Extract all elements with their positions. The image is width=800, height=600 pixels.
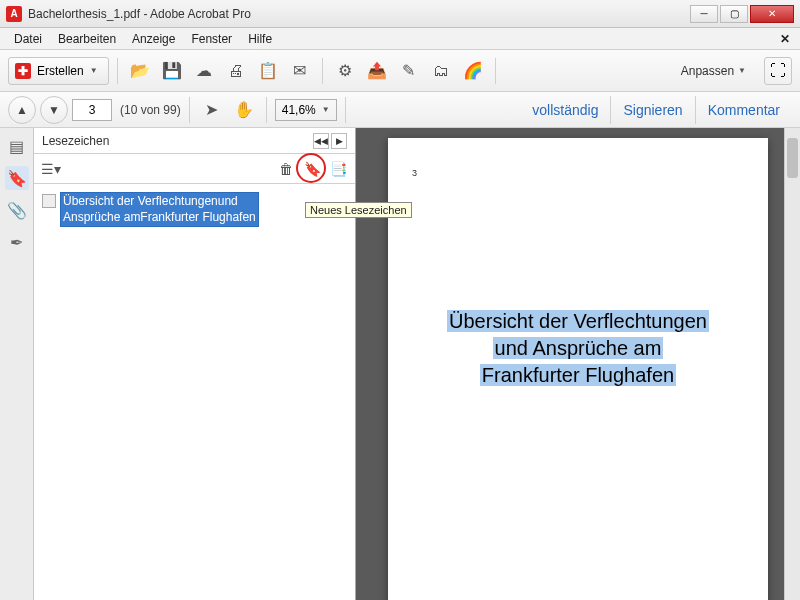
export-icon[interactable]: 📤 — [363, 57, 391, 85]
app-icon: A — [6, 6, 22, 22]
customize-label: Anpassen — [681, 64, 734, 78]
attachments-icon[interactable]: 📎 — [5, 198, 29, 222]
main-toolbar: ✚ Erstellen ▼ 📂 💾 ☁ 🖨 📋 ✉ ⚙ 📤 ✎ 🗂 🌈 Anpa… — [0, 50, 800, 92]
page-title: Übersicht der Verflechtungen und Ansprüc… — [412, 308, 744, 389]
menu-window[interactable]: Fenster — [183, 30, 240, 48]
bookmark-page-icon — [42, 194, 56, 208]
create-label: Erstellen — [37, 64, 84, 78]
page-count-label: (10 von 99) — [120, 103, 181, 117]
page-number-input[interactable] — [72, 99, 112, 121]
chevron-down-icon: ▼ — [322, 105, 330, 114]
highlight-circle — [296, 153, 326, 183]
menu-help[interactable]: Hilfe — [240, 30, 280, 48]
minimize-button[interactable]: ─ — [690, 5, 718, 23]
window-titlebar: A Bachelorthesis_1.pdf - Adobe Acrobat P… — [0, 0, 800, 28]
page-number-label: 3 — [412, 168, 744, 178]
close-button[interactable]: ✕ — [750, 5, 794, 23]
menu-edit[interactable]: Bearbeiten — [50, 30, 124, 48]
create-plus-icon: ✚ — [15, 63, 31, 79]
tooltip-new-bookmark: Neues Lesezeichen — [305, 202, 412, 218]
clipboard-icon[interactable]: 📋 — [254, 57, 282, 85]
open-icon[interactable]: 📂 — [126, 57, 154, 85]
hand-tool-icon[interactable]: ✋ — [230, 96, 258, 124]
scrollbar-thumb[interactable] — [787, 138, 798, 178]
maximize-button[interactable]: ▢ — [720, 5, 748, 23]
multimedia-icon[interactable]: 🌈 — [459, 57, 487, 85]
bookmark-label[interactable]: Übersicht der Verflechtungenund Ansprüch… — [60, 192, 259, 227]
page-up-button[interactable]: ▲ — [8, 96, 36, 124]
bookmarks-title: Lesezeichen — [42, 134, 311, 148]
page-down-button[interactable]: ▼ — [40, 96, 68, 124]
document-close-icon[interactable]: ✕ — [776, 32, 794, 46]
gear-icon[interactable]: ⚙ — [331, 57, 359, 85]
menubar: Datei Bearbeiten Anzeige Fenster Hilfe ✕ — [0, 28, 800, 50]
new-bookmark-button[interactable]: 🔖 — [301, 158, 323, 180]
bookmarks-icon[interactable]: 🔖 — [5, 166, 29, 190]
print-icon[interactable]: 🖨 — [222, 57, 250, 85]
bookmark-from-structure-icon[interactable]: 📑 — [327, 158, 349, 180]
nav-toolbar: ▲ ▼ (10 von 99) ➤ ✋ 41,6% ▼ vollständig … — [0, 92, 800, 128]
chevron-down-icon: ▼ — [738, 66, 746, 75]
bookmarks-header: Lesezeichen ◀◀ ▶ — [34, 128, 355, 154]
delete-bookmark-icon[interactable]: 🗑 — [275, 158, 297, 180]
zoom-value: 41,6% — [282, 103, 316, 117]
save-icon[interactable]: 💾 — [158, 57, 186, 85]
panel-next-button[interactable]: ▶ — [331, 133, 347, 149]
fullscreen-button[interactable]: ⛶ — [764, 57, 792, 85]
sign-link[interactable]: Signieren — [610, 96, 694, 124]
panel-prev-button[interactable]: ◀◀ — [313, 133, 329, 149]
document-page: 3 Übersicht der Verflechtungen und Anspr… — [388, 138, 768, 600]
edit-icon[interactable]: ✎ — [395, 57, 423, 85]
menu-view[interactable]: Anzeige — [124, 30, 183, 48]
bookmarks-toolbar: ☰▾ 🗑 🔖 📑 — [34, 154, 355, 184]
form-icon[interactable]: 🗂 — [427, 57, 455, 85]
customize-button[interactable]: Anpassen ▼ — [673, 60, 754, 82]
document-viewport[interactable]: 3 Übersicht der Verflechtungen und Anspr… — [356, 128, 800, 600]
menu-file[interactable]: Datei — [6, 30, 50, 48]
create-button[interactable]: ✚ Erstellen ▼ — [8, 57, 109, 85]
comment-link[interactable]: Kommentar — [695, 96, 792, 124]
nav-pane-strip: ▤ 🔖 📎 ✒ — [0, 128, 34, 600]
zoom-dropdown[interactable]: 41,6% ▼ — [275, 99, 337, 121]
cloud-icon[interactable]: ☁ — [190, 57, 218, 85]
bookmarks-tree: Übersicht der Verflechtungenund Ansprüch… — [34, 184, 355, 600]
window-title: Bachelorthesis_1.pdf - Adobe Acrobat Pro — [28, 7, 690, 21]
vertical-scrollbar[interactable] — [784, 128, 800, 600]
bookmarks-panel: Lesezeichen ◀◀ ▶ ☰▾ 🗑 🔖 📑 Übersicht der … — [34, 128, 356, 600]
signatures-icon[interactable]: ✒ — [5, 230, 29, 254]
email-icon[interactable]: ✉ — [286, 57, 314, 85]
work-area: ▤ 🔖 📎 ✒ Lesezeichen ◀◀ ▶ ☰▾ 🗑 🔖 📑 Übers — [0, 128, 800, 600]
chevron-down-icon: ▼ — [90, 66, 98, 75]
bookmarks-options-icon[interactable]: ☰▾ — [40, 158, 62, 180]
thumbnails-icon[interactable]: ▤ — [5, 134, 29, 158]
tools-link[interactable]: vollständig — [520, 96, 610, 124]
select-tool-icon[interactable]: ➤ — [198, 96, 226, 124]
